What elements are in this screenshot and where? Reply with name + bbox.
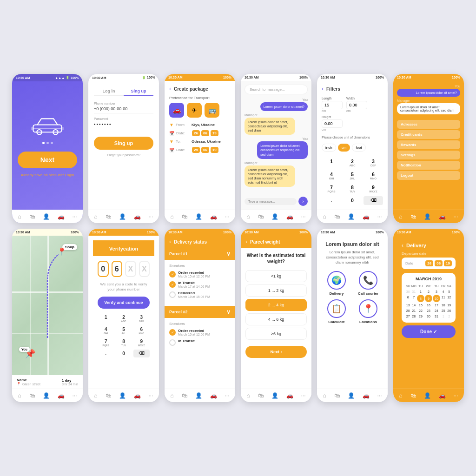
verify-button[interactable]: Verify and continue bbox=[98, 297, 150, 309]
home-icon-4[interactable]: ⌂ bbox=[245, 212, 251, 221]
car-icon-11[interactable]: 🚗 bbox=[361, 391, 371, 400]
person-icon-7[interactable]: 👤 bbox=[41, 391, 51, 400]
done-button[interactable]: Done ✓ bbox=[402, 325, 456, 338]
vk-6[interactable]: 6MNO bbox=[133, 325, 150, 336]
bag-icon[interactable]: 🛍 bbox=[28, 212, 36, 221]
key-8[interactable]: 8TUV bbox=[343, 183, 362, 195]
cal-7[interactable]: 7 bbox=[411, 295, 417, 302]
key-5[interactable]: 5JKL bbox=[343, 170, 362, 182]
more-icon-9[interactable]: ··· bbox=[223, 391, 231, 400]
back-arrow-5[interactable]: ‹ bbox=[322, 86, 324, 92]
vk-dot[interactable]: . bbox=[98, 350, 114, 357]
person-icon-9[interactable]: 👤 bbox=[194, 391, 204, 400]
car-icon-4[interactable]: 🚗 bbox=[285, 212, 295, 221]
cal-26[interactable]: 26 bbox=[447, 308, 452, 313]
person-icon-4[interactable]: 👤 bbox=[270, 212, 280, 221]
key-4[interactable]: 4GHI bbox=[322, 170, 341, 182]
home-icon-7[interactable]: ⌂ bbox=[16, 391, 22, 400]
cal-25[interactable]: 25 bbox=[441, 308, 446, 313]
person-icon-2[interactable]: 👤 bbox=[118, 212, 127, 221]
key-6[interactable]: 6MNO bbox=[364, 170, 383, 182]
forgot-password[interactable]: Forgot your password? bbox=[94, 153, 153, 157]
back-arrow-10[interactable]: ‹ bbox=[245, 238, 247, 245]
vk-3[interactable]: 3DEF bbox=[133, 313, 150, 324]
car-icon-9[interactable]: 🚗 bbox=[209, 391, 218, 400]
locations-icon-circle[interactable]: 📍 bbox=[359, 299, 377, 318]
cal-14[interactable]: 14 bbox=[411, 303, 417, 308]
vk-0[interactable]: 0 bbox=[115, 350, 132, 357]
cal-1-next[interactable]: 1 bbox=[441, 314, 446, 319]
car-icon-7[interactable]: 🚗 bbox=[56, 391, 66, 400]
car-icon-5[interactable]: 🚗 bbox=[361, 212, 371, 221]
cal-9[interactable]: 9 bbox=[425, 295, 432, 302]
more-icon-10[interactable]: ··· bbox=[299, 391, 307, 400]
back-arrow-12[interactable]: ‹ bbox=[402, 242, 403, 249]
cal-21[interactable]: 21 bbox=[411, 308, 417, 313]
back-arrow-3[interactable]: ‹ bbox=[169, 86, 171, 92]
weight-opt-2[interactable]: 1 ... 2 kg bbox=[245, 284, 307, 297]
key-backspace[interactable]: ⌫ bbox=[364, 196, 383, 205]
person-icon-10[interactable]: 👤 bbox=[270, 391, 280, 400]
cal-5[interactable]: 5 bbox=[447, 289, 452, 294]
cal-29[interactable]: 29 bbox=[417, 314, 424, 319]
home-icon-11[interactable]: ⌂ bbox=[321, 391, 327, 400]
bag-icon-2[interactable]: 🛍 bbox=[104, 212, 112, 221]
more-icon-3[interactable]: ··· bbox=[223, 212, 231, 221]
key-7[interactable]: 7PQRS bbox=[322, 183, 341, 195]
cal-28[interactable]: 28 bbox=[411, 314, 417, 319]
car-icon-10[interactable]: 🚗 bbox=[285, 391, 295, 400]
login-link[interactable]: Login bbox=[65, 173, 74, 177]
person-icon-6[interactable]: 👤 bbox=[423, 212, 432, 221]
bag-icon-10[interactable]: 🛍 bbox=[257, 391, 265, 400]
home-icon-5[interactable]: ⌂ bbox=[321, 212, 327, 221]
key-9[interactable]: 9WXYZ bbox=[364, 183, 383, 195]
back-arrow-9[interactable]: ‹ bbox=[169, 238, 171, 245]
bag-icon-3[interactable]: 🛍 bbox=[180, 212, 189, 221]
bag-icon-5[interactable]: 🛍 bbox=[333, 212, 341, 221]
cal-4[interactable]: 4 bbox=[441, 289, 446, 294]
bag-icon-9[interactable]: 🛍 bbox=[180, 391, 189, 400]
next-button[interactable]: Next bbox=[18, 152, 77, 168]
cal-11[interactable]: 11 bbox=[441, 295, 446, 302]
cal-6[interactable]: 6 bbox=[405, 295, 411, 302]
more-icon-7[interactable]: ··· bbox=[71, 391, 78, 400]
home-icon-9[interactable]: ⌂ bbox=[169, 391, 175, 400]
weight-opt-1[interactable]: <1 kg bbox=[245, 270, 307, 282]
cal-15[interactable]: 15 bbox=[417, 303, 424, 308]
send-button[interactable]: › bbox=[298, 197, 308, 206]
cal-17[interactable]: 17 bbox=[433, 303, 440, 308]
parcel2-chevron[interactable]: ∨ bbox=[226, 309, 231, 315]
cal-31-2[interactable]: 31 bbox=[433, 314, 440, 319]
key-2[interactable]: 2ABC bbox=[343, 157, 362, 169]
person-icon-5[interactable]: 👤 bbox=[346, 212, 356, 221]
weight-opt-3[interactable]: 2 ... 4 kg bbox=[245, 299, 307, 311]
car-icon-3[interactable]: 🚗 bbox=[209, 212, 218, 221]
cal-10[interactable]: 10 bbox=[433, 295, 440, 302]
menu-addresses[interactable]: Adresses bbox=[397, 120, 460, 129]
bag-icon-6[interactable]: 🛍 bbox=[409, 212, 417, 221]
home-icon-3[interactable]: ⌂ bbox=[169, 212, 175, 221]
bag-icon-8[interactable]: 🛍 bbox=[104, 391, 112, 400]
car-icon-2[interactable]: 🚗 bbox=[132, 212, 142, 221]
key-1[interactable]: 1 bbox=[322, 157, 341, 169]
vk-2[interactable]: 2ABC bbox=[115, 313, 132, 324]
home-icon-6[interactable]: ⌂ bbox=[397, 212, 403, 221]
vk-5[interactable]: 5JKL bbox=[115, 325, 132, 336]
cal-13[interactable]: 13 bbox=[405, 303, 411, 308]
cal-23[interactable]: 23 bbox=[425, 308, 432, 313]
menu-logout[interactable]: Logout bbox=[397, 171, 460, 180]
transport-car[interactable]: 🚗 bbox=[169, 103, 184, 118]
weight-opt-5[interactable]: >6 kg bbox=[245, 328, 307, 340]
unit-cm[interactable]: cm bbox=[338, 144, 350, 152]
cal-30-2[interactable]: 30 bbox=[425, 314, 432, 319]
person-icon-11[interactable]: 👤 bbox=[346, 391, 356, 400]
height-input[interactable] bbox=[322, 119, 343, 128]
more-icon-6[interactable]: ··· bbox=[452, 212, 459, 221]
delivery-icon-circle[interactable]: 🌍 bbox=[327, 271, 346, 290]
more-icon[interactable]: ··· bbox=[71, 212, 78, 221]
car-icon-8[interactable]: 🚗 bbox=[132, 391, 142, 400]
menu-rewards[interactable]: Rewards bbox=[397, 140, 460, 149]
more-icon-5[interactable]: ··· bbox=[376, 212, 383, 221]
parcel1-chevron[interactable]: ∨ bbox=[226, 251, 231, 257]
person-icon-12[interactable]: 👤 bbox=[423, 391, 432, 400]
